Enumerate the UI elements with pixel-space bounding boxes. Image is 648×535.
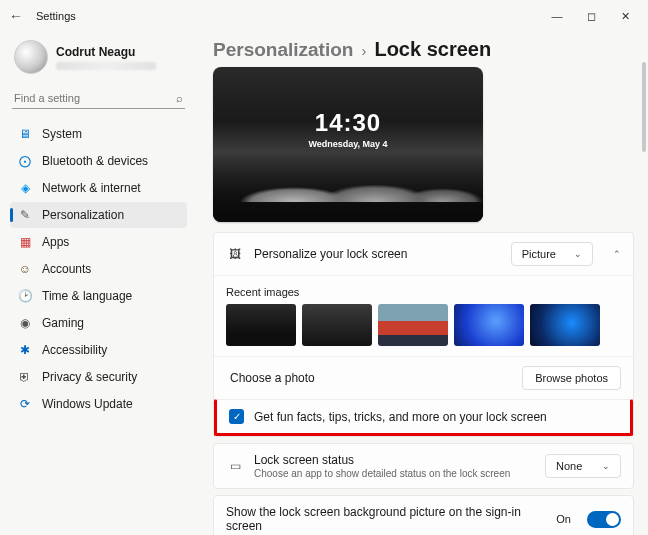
nav-item-system[interactable]: 🖥System [10, 121, 187, 147]
personalize-label: Personalize your lock screen [254, 247, 501, 261]
dropdown-value: Picture [522, 248, 556, 260]
scrollbar[interactable] [642, 62, 646, 152]
content-area: Personalization › Lock screen 14:30 Wedn… [195, 32, 648, 535]
search-box[interactable]: ⌕ [12, 88, 185, 109]
nav-item-gaming[interactable]: ◉Gaming [10, 310, 187, 336]
status-icon: ▭ [226, 457, 244, 475]
privacy-icon: ⛨ [18, 370, 32, 384]
chevron-down-icon: ⌄ [602, 461, 610, 471]
nav-item-accessibility[interactable]: ✱Accessibility [10, 337, 187, 363]
page-title: Lock screen [374, 38, 491, 61]
close-button[interactable]: ✕ [608, 2, 642, 30]
time-icon: 🕑 [18, 289, 32, 303]
user-block[interactable]: Codrut Neagu [10, 38, 187, 82]
picture-icon: 🖼 [226, 245, 244, 263]
breadcrumb: Personalization › Lock screen [213, 38, 634, 61]
preview-time: 14:30 [213, 109, 483, 137]
recent-image-1[interactable] [226, 304, 296, 346]
fun-facts-row[interactable]: ✓ Get fun facts, tips, tricks, and more … [214, 399, 633, 436]
apps-icon: ▦ [18, 235, 32, 249]
signin-picture-toggle[interactable] [587, 511, 621, 528]
nav-item-personalization[interactable]: ✎Personalization [10, 202, 187, 228]
nav-item-apps[interactable]: ▦Apps [10, 229, 187, 255]
recent-images-row [226, 304, 621, 346]
nav-item-privacy[interactable]: ⛨Privacy & security [10, 364, 187, 390]
user-name: Codrut Neagu [56, 45, 156, 59]
recent-images-label: Recent images [226, 286, 621, 298]
nav-item-update[interactable]: ⟳Windows Update [10, 391, 187, 417]
nav-label: Privacy & security [42, 370, 137, 384]
browse-photos-button[interactable]: Browse photos [522, 366, 621, 390]
signin-picture-card[interactable]: Show the lock screen background picture … [213, 495, 634, 535]
avatar [14, 40, 48, 74]
nav-item-accounts[interactable]: ☺Accounts [10, 256, 187, 282]
lockscreen-preview: 14:30 Wednesday, May 4 [213, 67, 483, 222]
nav-item-bluetooth[interactable]: ⨀Bluetooth & devices [10, 148, 187, 174]
update-icon: ⟳ [18, 397, 32, 411]
minimize-button[interactable]: — [540, 2, 574, 30]
search-icon: ⌕ [176, 92, 183, 104]
recent-image-5[interactable] [530, 304, 600, 346]
search-input[interactable] [14, 92, 176, 104]
nav-label: Network & internet [42, 181, 141, 195]
nav-label: System [42, 127, 82, 141]
personalize-panel: 🖼 Personalize your lock screen Picture ⌄… [213, 232, 634, 437]
nav-list: 🖥System⨀Bluetooth & devices◈Network & in… [10, 121, 187, 417]
collapse-chevron-up-icon[interactable]: ⌃ [613, 249, 621, 259]
recent-image-4[interactable] [454, 304, 524, 346]
nav-label: Accessibility [42, 343, 107, 357]
choose-photo-label: Choose a photo [226, 371, 512, 385]
status-app-dropdown[interactable]: None ⌄ [545, 454, 621, 478]
breadcrumb-parent[interactable]: Personalization [213, 39, 353, 61]
nav-label: Apps [42, 235, 69, 249]
preview-date: Wednesday, May 4 [213, 139, 483, 149]
status-subtitle: Choose an app to show detailed status on… [254, 468, 535, 479]
sidebar: Codrut Neagu ⌕ 🖥System⨀Bluetooth & devic… [0, 32, 195, 535]
nav-label: Accounts [42, 262, 91, 276]
nav-item-time[interactable]: 🕑Time & language [10, 283, 187, 309]
status-title: Lock screen status [254, 453, 535, 467]
bluetooth-icon: ⨀ [18, 154, 32, 168]
background-type-dropdown[interactable]: Picture ⌄ [511, 242, 593, 266]
recent-image-3[interactable] [378, 304, 448, 346]
breadcrumb-separator: › [361, 42, 366, 59]
signin-picture-label: Show the lock screen background picture … [226, 505, 546, 533]
chevron-down-icon: ⌄ [574, 249, 582, 259]
system-icon: 🖥 [18, 127, 32, 141]
nav-item-network[interactable]: ◈Network & internet [10, 175, 187, 201]
back-button[interactable]: ← [6, 8, 26, 24]
fun-facts-label: Get fun facts, tips, tricks, and more on… [254, 410, 547, 424]
accessibility-icon: ✱ [18, 343, 32, 357]
user-email-redacted [56, 62, 156, 70]
nav-label: Windows Update [42, 397, 133, 411]
window-title: Settings [36, 10, 76, 22]
gaming-icon: ◉ [18, 316, 32, 330]
personalization-icon: ✎ [18, 208, 32, 222]
network-icon: ◈ [18, 181, 32, 195]
fun-facts-checkbox[interactable]: ✓ [229, 409, 244, 424]
toggle-state-label: On [556, 513, 571, 525]
nav-label: Bluetooth & devices [42, 154, 148, 168]
recent-image-2[interactable] [302, 304, 372, 346]
lock-status-card[interactable]: ▭ Lock screen status Choose an app to sh… [213, 443, 634, 489]
status-dropdown-value: None [556, 460, 582, 472]
nav-label: Time & language [42, 289, 132, 303]
accounts-icon: ☺ [18, 262, 32, 276]
titlebar: ← Settings — ◻ ✕ [0, 0, 648, 32]
nav-label: Gaming [42, 316, 84, 330]
nav-label: Personalization [42, 208, 124, 222]
maximize-button[interactable]: ◻ [574, 2, 608, 30]
